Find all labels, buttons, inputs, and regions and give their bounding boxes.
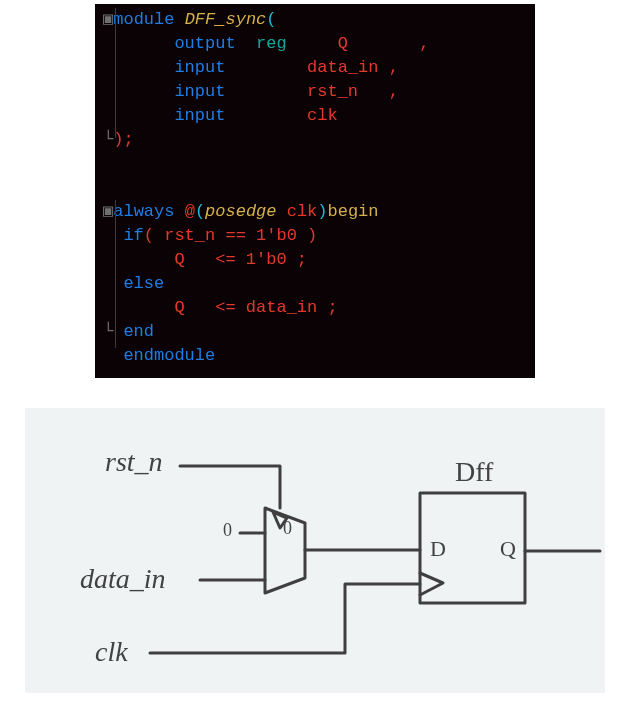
label-mux-zero: 0	[283, 518, 292, 539]
code-line-3: input data_in ,	[95, 56, 535, 80]
label-zero: 0	[223, 520, 232, 541]
code-line-7	[95, 152, 535, 176]
code-line-6: └);	[95, 128, 535, 152]
label-data-in: data_in	[80, 563, 166, 595]
circuit-diagram: rst_n data_in clk 0 0 Dff D Q	[25, 408, 605, 693]
verilog-code-block: ▣module DFF_sync( output reg Q , input d…	[95, 4, 535, 378]
code-line-14: └ end	[95, 320, 535, 344]
label-clk: clk	[95, 636, 128, 668]
label-q: Q	[500, 536, 516, 562]
label-d: D	[430, 536, 446, 562]
code-line-1: ▣module DFF_sync(	[95, 8, 535, 32]
code-line-15: endmodule	[95, 344, 535, 368]
label-dff: Dff	[455, 456, 493, 488]
code-line-5: input clk	[95, 104, 535, 128]
code-line-13: Q <= data_in ;	[95, 296, 535, 320]
page: ▣module DFF_sync( output reg Q , input d…	[0, 4, 630, 693]
code-line-10: if( rst_n == 1'b0 )	[95, 224, 535, 248]
code-line-2: output reg Q ,	[95, 32, 535, 56]
label-rst-n: rst_n	[105, 446, 163, 478]
code-line-4: input rst_n ,	[95, 80, 535, 104]
code-line-9: ▣always @(posedge clk)begin	[95, 200, 535, 224]
code-line-11: Q <= 1'b0 ;	[95, 248, 535, 272]
code-line-8	[95, 176, 535, 200]
code-line-12: else	[95, 272, 535, 296]
